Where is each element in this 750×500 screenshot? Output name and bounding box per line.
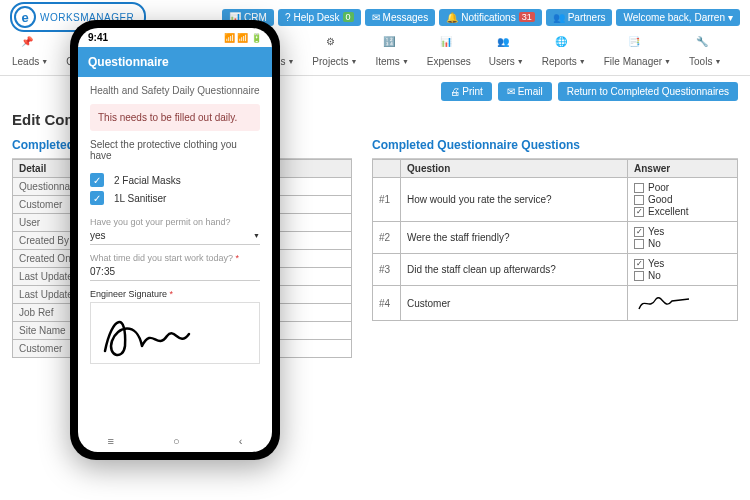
expenses-icon: 📊 <box>440 36 458 54</box>
checkbox-icon <box>90 173 104 187</box>
globe-icon: 🌐 <box>555 36 573 54</box>
nav-projects[interactable]: ⚙Projects▼ <box>312 36 357 67</box>
nav-reports[interactable]: 🌐Reports▼ <box>542 36 586 67</box>
calc-icon: 🔢 <box>383 36 401 54</box>
nav-expenses[interactable]: 📊Expenses <box>427 36 471 67</box>
question-row: #3Did the staff clean up afterwards?YesN… <box>373 254 738 286</box>
partners-button[interactable]: 👥 Partners <box>546 9 613 26</box>
print-button[interactable]: 🖨 Print <box>441 82 492 101</box>
home-icon[interactable]: ○ <box>173 435 180 447</box>
signature-label: Engineer Signature * <box>90 289 260 299</box>
status-icons: 📶 📶 🔋 <box>224 33 262 43</box>
phone-navbar: ≡ ○ ‹ <box>78 430 272 452</box>
notifications-button[interactable]: 🔔 Notifications 31 <box>439 9 541 26</box>
welcome-label: Welcome back, Darren <box>623 12 725 23</box>
phone-mockup: 9:41 📶 📶 🔋 Questionnaire Health and Safe… <box>70 20 280 460</box>
question-row: #1How would you rate the service?PoorGoo… <box>373 178 738 222</box>
logo-icon: e <box>14 6 36 28</box>
return-button[interactable]: Return to Completed Questionnaires <box>558 82 738 101</box>
option-sanitiser[interactable]: 1L Sanitiser <box>90 191 260 205</box>
helpdesk-badge: 0 <box>343 12 354 22</box>
question-row: #2Were the staff friendly?YesNo <box>373 222 738 254</box>
helpdesk-label: Help Desk <box>293 12 339 23</box>
notifications-label: Notifications <box>461 12 515 23</box>
back-icon[interactable]: ‹ <box>239 435 243 447</box>
time-input[interactable]: 07:35 <box>90 263 260 281</box>
partners-label: Partners <box>568 12 606 23</box>
checkbox-icon <box>90 191 104 205</box>
nav-leads[interactable]: 📌Leads▼ <box>12 36 48 67</box>
phone-statusbar: 9:41 📶 📶 🔋 <box>78 28 272 47</box>
question-row: #4Customer <box>373 286 738 321</box>
messages-label: Messages <box>383 12 429 23</box>
question-header: Question <box>401 160 628 178</box>
nav-users[interactable]: 👥Users▼ <box>489 36 524 67</box>
nav-items[interactable]: 🔢Items▼ <box>375 36 408 67</box>
gear-icon: ⚙ <box>326 36 344 54</box>
email-button[interactable]: ✉ Email <box>498 82 552 101</box>
welcome-button[interactable]: Welcome back, Darren ▾ <box>616 9 740 26</box>
clothing-question: Select the protective clothing you have <box>90 139 260 161</box>
questionnaire-subtitle: Health and Safety Daily Questionnaire <box>90 85 260 96</box>
option-masks[interactable]: 2 Facial Masks <box>90 173 260 187</box>
signature-box[interactable] <box>90 302 260 364</box>
pin-icon: 📌 <box>21 36 39 54</box>
daily-notice: This needs to be filled out daily. <box>90 104 260 131</box>
signature-icon <box>97 306 197 361</box>
messages-button[interactable]: ✉ Messages <box>365 9 436 26</box>
chevron-down-icon: ▼ <box>253 232 260 239</box>
time-label: What time did you start work today? * <box>90 253 260 263</box>
notifications-badge: 31 <box>519 12 535 22</box>
tools-icon: 🔧 <box>696 36 714 54</box>
app-header: Questionnaire <box>78 47 272 77</box>
permit-label: Have you got your permit on hand? <box>90 217 260 227</box>
helpdesk-button[interactable]: ? Help Desk 0 <box>278 9 361 26</box>
questions-table: QuestionAnswer #1How would you rate the … <box>372 159 738 321</box>
file-icon: 📑 <box>628 36 646 54</box>
right-section-title: Completed Questionnaire Questions <box>372 132 738 159</box>
nav-filemgr[interactable]: 📑File Manager▼ <box>604 36 671 67</box>
phone-time: 9:41 <box>88 32 108 43</box>
recent-icon[interactable]: ≡ <box>108 435 114 447</box>
permit-select[interactable]: yes▼ <box>90 227 260 245</box>
users-icon: 👥 <box>497 36 515 54</box>
answer-header: Answer <box>628 160 738 178</box>
nav-tools[interactable]: 🔧Tools▼ <box>689 36 721 67</box>
